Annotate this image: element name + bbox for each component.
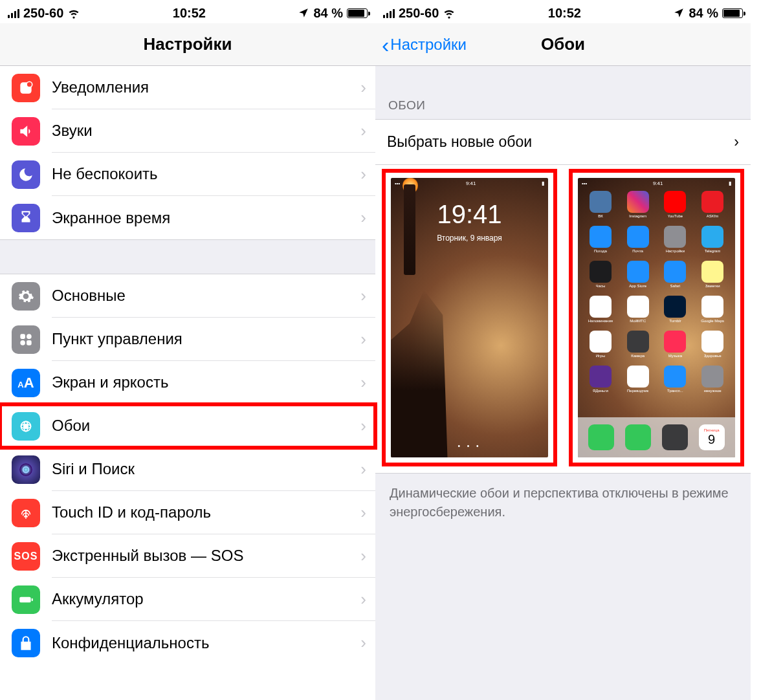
chevron-right-icon: › bbox=[360, 459, 366, 479]
app-Почта: Почта bbox=[621, 226, 656, 258]
dock-phone bbox=[588, 424, 614, 450]
app-ASKfm: ASKfm bbox=[695, 191, 730, 223]
chevron-right-icon: › bbox=[360, 503, 366, 523]
app-Часы: Часы bbox=[583, 261, 618, 293]
touchid-icon bbox=[12, 499, 40, 527]
app-Instagram: Instagram bbox=[621, 191, 656, 223]
settings-row-label: Обои bbox=[52, 417, 360, 435]
settings-row-wallpaper[interactable]: Обои › bbox=[0, 404, 375, 448]
svg-rect-4 bbox=[20, 340, 25, 345]
settings-row-controlcenter[interactable]: Пункт управления › bbox=[0, 318, 375, 361]
section-header: ОБОИ bbox=[375, 66, 751, 120]
svg-point-6 bbox=[24, 424, 28, 428]
settings-row-screentime[interactable]: Экранное время › bbox=[0, 196, 375, 239]
settings-row-battery[interactable]: Аккумулятор › bbox=[0, 578, 375, 621]
settings-row-touchid[interactable]: Touch ID и код-пароль › bbox=[0, 491, 375, 534]
app-Здоровье: Здоровье bbox=[695, 331, 730, 363]
nav-header: ‹ Настройки Обои bbox=[375, 23, 751, 66]
svg-rect-3 bbox=[27, 334, 32, 339]
choose-wallpaper-label: Выбрать новые обои bbox=[387, 133, 734, 151]
lock-time: 19:41 bbox=[391, 200, 548, 229]
sounds-icon bbox=[12, 117, 40, 146]
battery-icon bbox=[347, 8, 368, 18]
app-Игры: Игры bbox=[583, 331, 618, 363]
app-Safari: Safari bbox=[658, 261, 693, 293]
carrier-label: 250-60 bbox=[399, 6, 439, 21]
footer-note: Динамические обои и перспектива отключен… bbox=[375, 474, 751, 532]
sos-icon: SOS bbox=[12, 542, 40, 571]
chevron-right-icon: › bbox=[360, 373, 366, 393]
choose-wallpaper-row[interactable]: Выбрать новые обои › bbox=[375, 120, 751, 165]
settings-row-label: Siri и Поиск bbox=[52, 460, 360, 478]
chevron-right-icon: › bbox=[360, 286, 366, 306]
siri-icon bbox=[12, 455, 40, 484]
chevron-right-icon: › bbox=[360, 329, 366, 349]
lock-date: Вторник, 9 января bbox=[391, 234, 548, 243]
chevron-right-icon: › bbox=[360, 208, 366, 228]
chevron-right-icon: › bbox=[360, 78, 366, 98]
svg-rect-2 bbox=[20, 334, 25, 339]
app-ЯДеньги: ЯДеньги bbox=[583, 366, 618, 398]
chevron-right-icon: › bbox=[734, 133, 739, 151]
display-icon: AA bbox=[12, 369, 40, 397]
app-Заметки: Заметки bbox=[695, 261, 730, 293]
svg-rect-13 bbox=[32, 598, 33, 600]
wallpaper-screen: 250-60 10:52 84 % ‹ Настройки Обои ОБОИ … bbox=[375, 0, 751, 700]
settings-row-dnd[interactable]: Не беспокоить › bbox=[0, 153, 375, 196]
app-App Store: App Store bbox=[621, 261, 656, 293]
chevron-right-icon: › bbox=[360, 164, 366, 184]
battery-icon bbox=[12, 585, 40, 614]
back-button[interactable]: ‹ Настройки bbox=[382, 34, 467, 56]
settings-row-sos[interactable]: SOS Экстренный вызов — SOS › bbox=[0, 534, 375, 578]
general-icon bbox=[12, 282, 40, 311]
notifications-icon bbox=[12, 74, 40, 102]
settings-row-label: Пункт управления bbox=[52, 330, 360, 348]
status-bar: 250-60 10:52 84 % bbox=[375, 0, 751, 23]
svg-point-10 bbox=[19, 463, 32, 476]
app-Камера: Камера bbox=[621, 331, 656, 363]
chevron-left-icon: ‹ bbox=[382, 34, 389, 56]
app-Напоминания: Напоминания bbox=[583, 296, 618, 328]
app-ВК: ВК bbox=[583, 191, 618, 223]
dnd-icon bbox=[12, 160, 40, 189]
group-separator bbox=[0, 239, 375, 274]
wallpaper-icon bbox=[12, 412, 40, 441]
settings-row-siri[interactable]: Siri и Поиск › bbox=[0, 448, 375, 491]
app-Telegram: Telegram bbox=[695, 226, 730, 258]
settings-row-general[interactable]: Основные › bbox=[0, 274, 375, 318]
wifi-icon bbox=[67, 6, 80, 19]
settings-list-group-1: Уведомления › Звуки › Не беспокоить › Эк… bbox=[0, 66, 375, 239]
svg-point-1 bbox=[27, 82, 32, 87]
signal-icon bbox=[383, 8, 395, 18]
app-Настройки: Настройки bbox=[658, 226, 693, 258]
settings-row-privacy[interactable]: Конфиденциальность › bbox=[0, 621, 375, 664]
chevron-right-icon: › bbox=[360, 589, 366, 609]
settings-row-label: Экстренный вызов — SOS bbox=[52, 547, 360, 565]
screentime-icon bbox=[12, 204, 40, 232]
settings-row-label: Экранное время bbox=[52, 209, 360, 227]
status-bar: 250-60 10:52 84 % bbox=[0, 0, 375, 23]
lockscreen-preview[interactable]: •••9:41▮ 19:41 Вторник, 9 января • • • bbox=[382, 169, 557, 466]
settings-row-display[interactable]: AA Экран и яркость › bbox=[0, 361, 375, 404]
settings-screen: 250-60 10:52 84 % Настройки Уведомления … bbox=[0, 0, 375, 700]
settings-row-sounds[interactable]: Звуки › bbox=[0, 109, 375, 153]
back-label: Настройки bbox=[390, 36, 467, 54]
settings-row-label: Аккумулятор bbox=[52, 590, 360, 608]
app-Погода: Погода bbox=[583, 226, 618, 258]
dock-calendar: Пятница9 bbox=[699, 424, 725, 450]
app-Tumblr: Tumblr bbox=[658, 296, 693, 328]
battery-pct-label: 84 % bbox=[313, 6, 343, 21]
settings-row-label: Конфиденциальность bbox=[52, 634, 360, 652]
location-icon bbox=[673, 7, 685, 19]
settings-list-group-2: Основные › Пункт управления › AA Экран и… bbox=[0, 274, 375, 664]
carrier-label: 250-60 bbox=[23, 6, 63, 21]
homescreen-preview[interactable]: •••9:41▮ ВКInstagramYouTubeASKfmПогодаПо… bbox=[569, 169, 744, 466]
app-Музыка: Музыка bbox=[658, 331, 693, 363]
settings-row-notifications[interactable]: Уведомления › bbox=[0, 66, 375, 109]
chevron-right-icon: › bbox=[360, 416, 366, 436]
privacy-icon bbox=[12, 629, 40, 657]
chevron-right-icon: › bbox=[360, 121, 366, 141]
svg-rect-12 bbox=[19, 596, 30, 602]
chevron-right-icon: › bbox=[360, 633, 366, 653]
app-Google Maps: Google Maps bbox=[695, 296, 730, 328]
